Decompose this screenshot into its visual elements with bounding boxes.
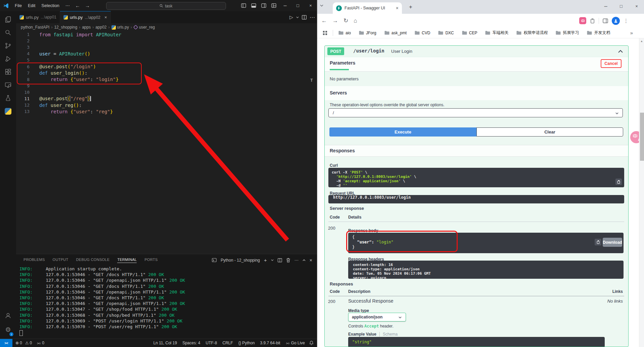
menu-item[interactable]: ⋯ [62,3,73,8]
panel-tab-output[interactable]: OUTPUT [53,258,68,263]
scroll-up-icon[interactable]: ▲ [640,40,643,43]
extension-icon[interactable] [590,18,595,24]
editor-tab[interactable]: urls.py...\app01 [16,11,60,23]
menu-item[interactable]: File [12,3,25,8]
bookmark-item[interactable]: CVD [415,31,430,35]
kill-terminal-trash-icon[interactable] [286,258,290,263]
terminal-dropdown-icon[interactable] [271,259,274,261]
code-editor[interactable]: 1from fastapi import APIRouter234user = … [16,31,311,115]
remote-indicator[interactable]: >< [0,339,12,347]
terminal-shell-label[interactable]: Python - 12_shopping [221,258,260,263]
forward-icon[interactable]: → [332,17,338,24]
statusbar-item[interactable]: Go Live [286,341,305,345]
statusbar-item[interactable]: Ln 11, Col 19 [153,341,177,345]
run-python-file-icon[interactable]: ▷ [289,14,293,20]
panel-tab-debug-console[interactable]: DEBUG CONSOLE [76,258,110,263]
browser-menu-icon[interactable]: ⋮ [624,18,629,24]
breadcrumb-item[interactable]: user_reg [134,25,155,30]
copy-icon[interactable] [615,179,622,185]
notifications-bell-icon[interactable] [309,341,314,345]
panel-tab-problems[interactable]: PROBLEMS [24,258,45,263]
scrollbar-thumb[interactable] [640,113,644,161]
bookmark-item[interactable]: 拓展学习 [556,30,579,36]
terminal-output[interactable]: INFO: Application startup complete.INFO:… [19,266,185,330]
maximize-button[interactable]: □ [291,0,304,11]
bookmarks-overflow[interactable]: » [630,30,633,36]
clear-button[interactable]: Clear [476,127,623,137]
customize-layout-icon[interactable] [269,3,279,8]
scrollbar[interactable]: ▲ [639,38,644,347]
bookmark-item[interactable]: DXC [438,31,454,35]
copy-icon[interactable] [595,239,601,245]
breadcrumb-item[interactable]: app02 [95,25,106,30]
split-editor-icon[interactable] [302,15,307,20]
schema-tab[interactable]: Schema [383,332,398,337]
run-debug-icon[interactable] [0,53,16,65]
minimize-button[interactable]: ─ [598,0,613,12]
toggle-panel-icon[interactable] [248,3,259,8]
example-value-tab[interactable]: Example Value [348,332,380,337]
side-panel-icon[interactable] [603,18,608,23]
maximize-button[interactable]: □ [613,0,629,12]
statusbar-item[interactable]: 3.9.7 64-bit [260,341,280,345]
collapse-chevron-icon[interactable] [618,50,623,53]
media-type-select[interactable]: application/json [348,313,406,321]
back-icon[interactable]: ← [321,17,327,24]
nav-forward-icon[interactable]: → [83,3,92,8]
breadcrumb-item[interactable]: 12_shopping [54,25,77,30]
toggle-secondary-sidebar-icon[interactable] [259,3,269,8]
extensions-icon[interactable] [0,66,16,78]
bookmark-item[interactable]: 开发文档 [587,30,610,36]
close-panel-icon[interactable]: × [310,258,312,263]
panel-more-icon[interactable]: ⋯ [294,258,298,263]
panel-tab-terminal[interactable]: TERMINAL [117,258,137,263]
operation-summary[interactable]: POST /user/login User Login [325,46,628,57]
bookmark-item[interactable]: JForg [359,31,376,35]
cancel-button[interactable]: Cancel [601,59,622,68]
close-button[interactable]: × [629,0,644,12]
bookmark-item[interactable]: 车端相关 [485,30,508,36]
run-dropdown-icon[interactable] [296,16,299,18]
download-button[interactable]: Download [603,238,622,247]
translate-extension-icon[interactable] [579,17,586,24]
bookmark-item[interactable]: ask_pmt [384,31,407,35]
reload-icon[interactable]: ↻ [343,17,348,24]
settings-gear-icon[interactable]: ⚙1 [0,323,16,336]
home-icon[interactable]: ⌂ [354,17,357,24]
apps-grid-icon[interactable] [323,31,327,35]
statusbar-item[interactable]: CRLF [223,341,233,345]
testing-icon[interactable] [0,92,16,104]
problems-errors[interactable]: ⊗0 [15,341,22,345]
python-extension-icon[interactable] [0,105,16,117]
command-center-search[interactable]: task [106,2,226,10]
breadcrumb-item[interactable]: apps [82,25,91,30]
maximize-panel-icon[interactable] [303,259,306,261]
tab-close-icon[interactable]: × [396,5,399,11]
problems-warnings[interactable]: ⚠0 [25,341,32,345]
server-select[interactable]: / [328,108,623,117]
bookmark-item[interactable]: aio [338,31,351,35]
tab-close-icon[interactable]: × [104,15,107,20]
breadcrumb-item[interactable]: python_FastAPI [21,25,49,30]
menu-item[interactable]: Selection [38,3,62,8]
remote-explorer-icon[interactable] [0,79,16,91]
profile-avatar[interactable] [612,17,620,25]
panel-tab-ports[interactable]: PORTS [144,258,157,263]
browser-tab[interactable]: FastAPI - Swagger UI × [333,2,402,14]
bookmark-item[interactable]: CEP [462,31,477,35]
nav-back-icon[interactable]: ← [73,3,83,8]
close-button[interactable]: × [304,0,317,11]
breadcrumb-item[interactable]: urls.py [111,25,129,30]
statusbar-item[interactable]: UTF-8 [206,341,217,345]
editor-tab[interactable]: urls.py...\app02× [60,11,111,23]
toggle-sidebar-icon[interactable] [238,3,248,8]
bookmark-item[interactable]: 权限申请流程 [516,30,548,36]
accounts-icon[interactable] [0,309,16,321]
new-tab-button[interactable]: + [407,3,415,11]
search-icon[interactable] [0,27,16,39]
statusbar-item[interactable]: {} Python [238,341,255,345]
explorer-icon[interactable] [0,13,16,26]
forwarded-ports[interactable]: 0 [37,341,44,345]
minimize-button[interactable]: ─ [279,0,291,11]
source-control-icon[interactable] [0,40,16,52]
